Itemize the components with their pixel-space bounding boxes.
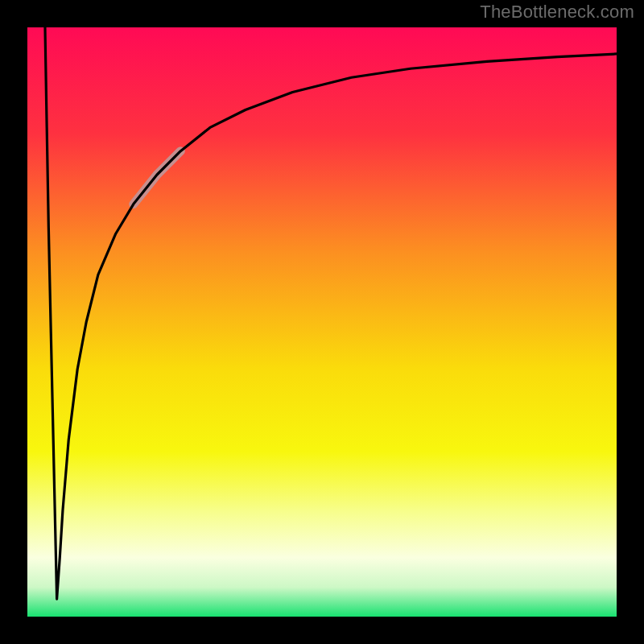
watermark-label: TheBottleneck.com: [480, 2, 634, 23]
chart-gradient-bg: [27, 27, 617, 617]
chart-area: [27, 27, 617, 617]
bottleneck-chart: [27, 27, 617, 617]
page-root: TheBottleneck.com: [0, 0, 644, 644]
